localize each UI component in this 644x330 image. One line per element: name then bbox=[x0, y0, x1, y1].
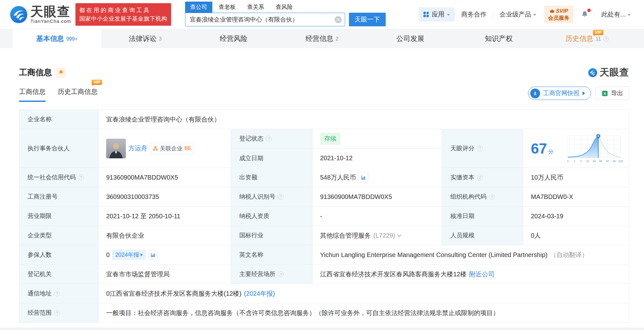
subscribe-bell-button[interactable] bbox=[56, 68, 66, 78]
score-value: 67 bbox=[531, 140, 547, 157]
notifications-button[interactable] bbox=[575, 10, 595, 19]
svg-text:X: X bbox=[604, 92, 606, 96]
apps-label: 应用 bbox=[432, 10, 444, 19]
table-row: 经营范围 一般项目：社会经济咨询服务，信息咨询服务（不含许可类信息咨询服务）（除… bbox=[19, 303, 629, 323]
status-badge: 存续 bbox=[320, 133, 340, 145]
notification-dot bbox=[587, 9, 591, 12]
clear-search-icon[interactable]: ✕ bbox=[335, 16, 342, 23]
tab-company-development[interactable]: 公司发展 bbox=[366, 29, 454, 48]
industry-value: 其他综合管理服务 (L7229) bbox=[312, 226, 442, 245]
help-icon[interactable] bbox=[266, 136, 272, 142]
bell-icon bbox=[58, 69, 64, 76]
field-label: 登记状态 bbox=[231, 129, 312, 148]
stamp-icon bbox=[530, 89, 540, 98]
table-row: 企业名称 宜春浪绫企业管理咨询中心（有限合伙） bbox=[19, 110, 629, 129]
credit-code-value: 91360900MA7BDDW0X5 bbox=[99, 168, 231, 187]
partner-avatar[interactable] bbox=[106, 139, 126, 158]
subtab-business-info[interactable]: 工商信息 bbox=[19, 87, 46, 102]
svip-member-button[interactable]: SVIP 会员服务 bbox=[544, 6, 573, 23]
field-label: 企业名称 bbox=[19, 110, 99, 129]
help-icon[interactable] bbox=[489, 194, 495, 200]
svg-text:50: 50 bbox=[593, 160, 596, 163]
field-label: 登记机关 bbox=[19, 265, 99, 284]
field-label: 通信地址 bbox=[19, 284, 99, 303]
search-tab-company[interactable]: 查公司 bbox=[185, 2, 212, 13]
field-label: 出资额 bbox=[231, 168, 312, 187]
chevron-down-icon bbox=[533, 14, 536, 16]
export-button[interactable]: X 导出 bbox=[596, 87, 629, 100]
search-tab-boss[interactable]: 查老板 bbox=[214, 2, 241, 13]
score-cell: 67分 bbox=[523, 129, 629, 168]
org-code-value: MA7BDDW0-X bbox=[523, 187, 629, 207]
help-icon[interactable] bbox=[278, 271, 284, 277]
table-row: 登记机关 宜春市市场监督管理局 主要经营场所 江西省宜春经济技术开发区春风路客商… bbox=[19, 265, 629, 284]
field-label: 主要经营场所 bbox=[231, 265, 312, 284]
search-input[interactable]: 宜春浪绫企业管理咨询中心（有限合伙） ✕ bbox=[185, 13, 345, 26]
address-value: 0江西省宜春经济技术开发区客商服务大楼(12楼) (2024年报) bbox=[99, 284, 629, 303]
section-header: 工商信息 天眼查 bbox=[19, 66, 629, 79]
help-icon[interactable] bbox=[78, 175, 84, 180]
help-icon[interactable] bbox=[54, 310, 60, 316]
approval-date-value: 2024-03-19 bbox=[523, 207, 629, 226]
tab-basic-info[interactable]: 基本信息999+ bbox=[13, 29, 101, 48]
page-bottom-strip bbox=[0, 327, 644, 330]
help-icon[interactable] bbox=[603, 36, 609, 42]
annual-report-badge[interactable]: 2024年报 bbox=[112, 250, 145, 260]
partner-name-link[interactable]: 方运舟 bbox=[128, 144, 147, 153]
search-tab-risk[interactable]: 查风险 bbox=[271, 2, 298, 13]
search-tab-relation[interactable]: 查关系 bbox=[242, 2, 269, 13]
nearby-companies-link[interactable]: 附近公司 bbox=[469, 270, 494, 279]
insured-trend-button[interactable] bbox=[148, 250, 158, 260]
promo-line1: 都在用的商业查询工具 bbox=[79, 6, 167, 14]
field-label: 英文名称 bbox=[231, 245, 312, 265]
svg-text:15: 15 bbox=[586, 160, 589, 163]
chevron-down-icon[interactable] bbox=[397, 233, 401, 237]
official-snapshot-button[interactable]: 工商官网快照 bbox=[528, 87, 591, 100]
apps-menu[interactable]: 应用 bbox=[419, 7, 454, 22]
svg-text:100: 100 bbox=[618, 160, 623, 163]
tianyancha-company-page: 天眼查 TianYanCha.com 都在用的商业查询工具 国家中小企业发展子基… bbox=[0, 0, 644, 330]
field-label: 组织机构代码 bbox=[442, 187, 523, 207]
business-cooperation-link[interactable]: 商务合作 bbox=[455, 10, 493, 19]
help-icon[interactable] bbox=[477, 175, 483, 180]
table-row: 营业期限 2021-10-12 至 2050-10-11 纳税人资质 - 核准日… bbox=[19, 207, 629, 226]
vip-badge: VIP bbox=[92, 80, 102, 85]
tianyancha-logo-icon bbox=[588, 68, 597, 77]
capital-trend-button[interactable] bbox=[358, 173, 368, 182]
svg-text:99: 99 bbox=[613, 160, 616, 163]
field-label: 纳税人识别号 bbox=[231, 187, 312, 207]
search-input-value: 宜春浪绫企业管理咨询中心（有限合伙） bbox=[190, 16, 298, 24]
taxpayer-id-value: 91360900MA7BDDW0X5 bbox=[312, 187, 442, 207]
enterprise-products-menu[interactable]: 企业级产品 bbox=[493, 10, 543, 19]
brand-name: 天眼查 bbox=[30, 5, 71, 18]
tab-history-info[interactable]: VIP 历史信息11 bbox=[543, 29, 631, 48]
svg-text:1: 1 bbox=[574, 160, 575, 163]
tab-operation-risk[interactable]: 经营风险 bbox=[190, 29, 278, 48]
svg-text:97: 97 bbox=[606, 160, 609, 163]
arrow-right-icon bbox=[141, 253, 143, 256]
staff-size-value: 0人 bbox=[523, 226, 629, 245]
promo-line2: 国家中小企业发展子基金旗下机构 bbox=[79, 15, 167, 23]
help-icon[interactable] bbox=[54, 291, 60, 296]
help-icon[interactable] bbox=[278, 194, 284, 200]
tab-intellectual-property[interactable]: 知识产权 bbox=[454, 29, 543, 48]
svg-text:85: 85 bbox=[599, 160, 602, 163]
subtab-history-business-info[interactable]: VIP 历史工商信息 bbox=[58, 87, 98, 102]
promo-banner: 都在用的商业查询工具 国家中小企业发展子基金旗下机构 bbox=[75, 3, 171, 25]
field-label: 纳税人资质 bbox=[231, 207, 312, 226]
establish-date-value: 2021-10-12 bbox=[312, 148, 442, 168]
table-row: 企业类型 有限合伙企业 国标行业 其他综合管理服务 (L7229) 人员规模 0… bbox=[19, 226, 629, 245]
vip-badge: VIP bbox=[593, 30, 603, 35]
search-button[interactable]: 天眼一下 bbox=[349, 13, 386, 26]
help-icon[interactable] bbox=[477, 146, 483, 151]
tab-legal-litigation[interactable]: 法律诉讼3 bbox=[101, 29, 190, 48]
related-companies-badge[interactable]: 关联企业 66 bbox=[150, 143, 194, 154]
header-menu: 应用 商务合作 企业级产品 SVIP 会员服务 bbox=[419, 6, 637, 23]
annual-report-link[interactable]: (2024年报) bbox=[244, 289, 275, 298]
user-account-menu[interactable]: 此处有... bbox=[595, 10, 637, 19]
company-type-value: 有限合伙企业 bbox=[99, 226, 231, 245]
insured-count-value: 0 2024年报 bbox=[99, 245, 231, 265]
tab-operation-info[interactable]: 经营信息2 bbox=[278, 29, 366, 48]
tianyancha-logo[interactable]: 天眼查 TianYanCha.com bbox=[10, 5, 71, 24]
field-label: 核准日期 bbox=[442, 207, 523, 226]
